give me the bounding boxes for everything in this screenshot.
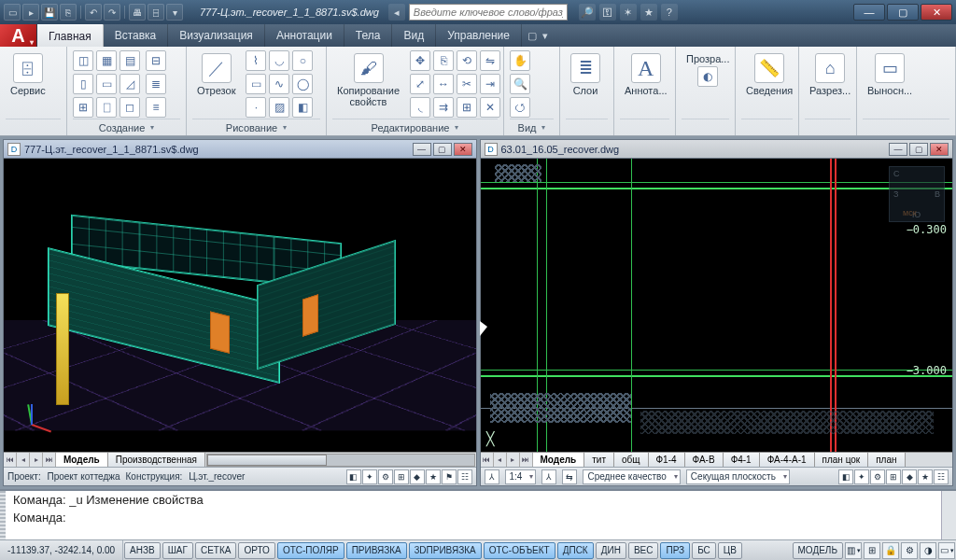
doc-left-titlebar[interactable]: D 777-Ц.эт._recover_1_1_8871.sv$.dwg — ▢… [4,140,476,159]
grid-tool-icon[interactable]: ⊟ [146,50,166,71]
modelspace-toggle[interactable]: МОДЕЛЬ [793,542,843,559]
status-toggle-ВЕС[interactable]: ВЕС [628,542,659,559]
sectionplane-combo[interactable]: Секущая плоскость [686,469,790,484]
view-cube[interactable]: С В З Ю мск [889,166,945,222]
favorite-icon[interactable]: ★ [640,4,657,21]
ds-ico-1[interactable]: ◧ [346,469,361,484]
circle-icon[interactable]: ○ [292,50,313,71]
qat-save-icon[interactable]: 💾 [41,4,58,21]
mirror-icon[interactable]: ⇋ [480,50,500,71]
tab-first-icon[interactable]: ⏮ [481,453,494,468]
status-toggle-ШАГ[interactable]: ШАГ [162,542,193,559]
qat-open-icon[interactable]: ▸ [22,4,39,21]
layout-tab[interactable]: ФА-4-А-1 [760,453,815,468]
tab-prev-icon[interactable]: ◂ [17,453,30,468]
search-input[interactable] [409,4,568,21]
scale-combo[interactable]: 1:4 [505,469,537,484]
minimize-button[interactable]: — [853,4,885,21]
hscroll-left[interactable] [206,454,475,467]
arc-icon[interactable]: ◡ [269,50,289,71]
matchprops-button[interactable]: 🖌 Копирование свойств [332,50,404,110]
tab-next-icon[interactable]: ▸ [30,453,43,468]
box-icon[interactable]: ◫ [73,50,93,71]
layout-tab[interactable]: Ф4-1 [724,453,760,468]
slab-icon[interactable]: ▭ [96,74,117,94]
close-button[interactable]: ✕ [921,4,952,21]
doc-right-close-button[interactable]: ✕ [930,143,949,156]
annovis-icon[interactable]: ⅄ [541,469,556,484]
sb-isolate-icon[interactable]: ◑ [920,542,936,559]
key-icon[interactable]: ⚿ [599,4,616,21]
layout-tab[interactable]: Производственная [108,453,205,468]
spline-icon[interactable]: ∿ [269,74,289,94]
ds-r-6[interactable]: ★ [918,469,933,484]
sb-layout-icon[interactable]: ▥ [845,542,862,559]
status-toggle-БС[interactable]: БС [692,542,716,559]
doc-left-max-button[interactable]: ▢ [433,143,452,156]
info-button[interactable]: 📏 Сведения [741,50,797,99]
door-icon[interactable]: ⎕ [96,97,117,118]
quality-combo[interactable]: Среднее качество [583,469,680,484]
line-button[interactable]: ／ Отрезок [192,50,240,99]
move-icon[interactable]: ✥ [410,50,430,71]
doc-right-min-button[interactable]: — [889,143,907,156]
tab-Главная[interactable]: Главная [37,24,104,47]
tab-last-icon[interactable]: ⏭ [520,453,533,468]
qat-new-icon[interactable]: ▭ [4,4,21,21]
pan-icon[interactable]: ✋ [510,50,530,71]
ds-ico-4[interactable]: ⊞ [394,469,409,484]
region-icon[interactable]: ◧ [292,97,313,118]
tab-Тела[interactable]: Тела [344,24,393,47]
transparency-button[interactable]: Прозра... ◐ [682,50,734,90]
layout-tab[interactable]: Модель [533,453,585,468]
viewport-2d[interactable]: −0.300 −3.000 С В З Ю мск ╳ [481,159,953,452]
panel-draw-label[interactable]: Рисование [192,119,320,135]
section-button[interactable]: ⌂ Разрез... [805,50,855,99]
erase-icon[interactable]: ✕ [480,97,500,118]
column-icon[interactable]: ▯ [73,74,93,94]
viewport-3d[interactable] [4,159,476,452]
ds-ico-2[interactable]: ✦ [362,469,377,484]
annotate-button[interactable]: А Аннота... [620,50,672,99]
tab-Аннотации[interactable]: Аннотации [265,24,344,47]
layout-tab[interactable]: Модель [56,453,108,468]
panel-edit-label[interactable]: Редактирование [332,119,498,135]
tab-Вид[interactable]: Вид [392,24,436,47]
doc-left-min-button[interactable]: — [413,143,431,156]
ds-ico-8[interactable]: ☷ [457,469,472,484]
extend-icon[interactable]: ⇥ [480,74,500,94]
service-button[interactable]: ⌹ Сервис [6,50,50,99]
layout-tab[interactable]: план [868,453,905,468]
exchange-icon[interactable]: ✶ [620,4,637,21]
stair-icon[interactable]: ≣ [146,74,166,94]
layout-tab[interactable]: общ [614,453,649,468]
status-toggle-ПРЗ[interactable]: ПРЗ [660,542,690,559]
tab-Вставка[interactable]: Вставка [104,24,169,47]
info-prev-icon[interactable]: ◂ [388,4,405,21]
layout-tab[interactable]: тит [584,453,614,468]
app-menu-button[interactable]: A [0,24,37,47]
status-toggle-АНЗВ[interactable]: АНЗВ [124,542,161,559]
ellipse-icon[interactable]: ◯ [292,74,313,94]
hatchfill-icon[interactable]: ▨ [269,97,289,118]
ds-r-5[interactable]: ◆ [902,469,917,484]
sb-hardware-icon[interactable]: ⚙ [901,542,918,559]
status-toggle-ДИН[interactable]: ДИН [596,542,626,559]
orbit-icon[interactable]: ⭯ [510,97,530,118]
tab-Управление[interactable]: Управление [436,24,522,47]
doc-left-close-button[interactable]: ✕ [454,143,472,156]
status-toggle-ЦВ[interactable]: ЦВ [718,542,742,559]
rect-icon[interactable]: ▭ [246,74,266,94]
rail-icon[interactable]: ≡ [146,97,166,118]
ds-r-3[interactable]: ⚙ [870,469,885,484]
status-toggle-ОРТО[interactable]: ОРТО [238,542,274,559]
ds-ico-3[interactable]: ⚙ [378,469,393,484]
help-icon[interactable]: ? [661,4,678,21]
trim-icon[interactable]: ✂ [457,74,477,94]
roof-icon[interactable]: ◿ [120,74,140,94]
sb-quickview-icon[interactable]: ⊞ [864,542,880,559]
ds-ico-5[interactable]: ◆ [410,469,425,484]
tab-next-icon[interactable]: ▸ [507,453,520,468]
qat-props-icon[interactable]: ⌸ [148,4,164,21]
copy-icon[interactable]: ⎘ [433,50,454,71]
